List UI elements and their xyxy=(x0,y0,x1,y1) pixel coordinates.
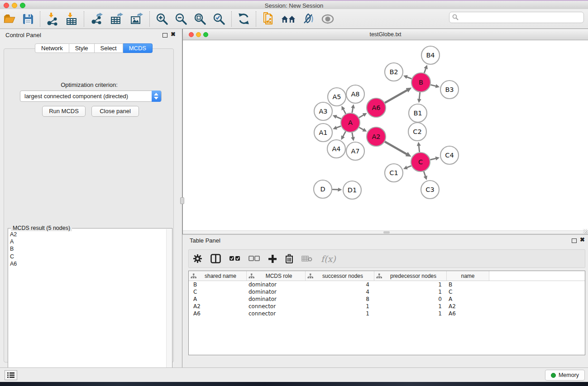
node-C3[interactable]: C3 xyxy=(421,181,439,199)
result-item[interactable]: C xyxy=(10,253,166,260)
edge-A-A7[interactable] xyxy=(352,133,353,138)
zoom-selected-button[interactable] xyxy=(210,11,229,27)
edge-A-A6[interactable] xyxy=(359,115,363,118)
edge-A-A3[interactable] xyxy=(336,117,341,119)
table-row[interactable]: Adominator80A xyxy=(189,295,585,303)
node-A2[interactable]: A2 xyxy=(367,127,386,146)
table-row[interactable]: A2connector11A2 xyxy=(189,303,585,310)
edge-A-A1[interactable] xyxy=(336,126,341,128)
tab-mcds[interactable]: MCDS xyxy=(123,43,153,53)
tab-style[interactable]: Style xyxy=(69,43,95,53)
result-list-scrollbar[interactable] xyxy=(166,229,172,377)
table-panel-close-button[interactable]: ✖ xyxy=(580,236,585,243)
node-A1[interactable]: A1 xyxy=(314,124,332,142)
export-table-button[interactable] xyxy=(107,11,127,27)
edge-B-B2[interactable] xyxy=(407,77,412,79)
network-graph[interactable]: B4B2BB3A8A5A6A3B1AC2A1A2A4A7C4CC1DD1C3 xyxy=(183,40,588,230)
table-settings-button[interactable] xyxy=(193,254,202,263)
edge-B-B4[interactable] xyxy=(424,68,425,73)
delete-column-button[interactable] xyxy=(285,254,293,263)
control-panel-close-button[interactable]: ✖ xyxy=(171,31,176,38)
node-C[interactable]: C xyxy=(411,152,430,172)
edge-C-C3[interactable] xyxy=(424,172,425,176)
column-header-predecessor-nodes[interactable]: predecessor nodes xyxy=(374,271,447,281)
node-A8[interactable]: A8 xyxy=(346,85,364,103)
edge-A-A5[interactable] xyxy=(343,109,345,114)
import-network-button[interactable] xyxy=(43,11,62,27)
edge-A-A4[interactable] xyxy=(343,131,346,136)
result-item[interactable]: A2 xyxy=(10,231,166,238)
node-B[interactable]: B xyxy=(411,73,430,92)
delete-table-button[interactable] xyxy=(301,255,312,262)
edge-C-C4[interactable] xyxy=(430,158,435,160)
zoom-in-button[interactable] xyxy=(153,11,172,27)
network-resize-grip[interactable] xyxy=(583,229,588,234)
node-B3[interactable]: B3 xyxy=(440,81,459,99)
add-column-button[interactable] xyxy=(268,254,277,263)
zoom-out-button[interactable] xyxy=(172,11,191,27)
import-table-button[interactable] xyxy=(62,11,81,27)
tab-network[interactable]: Network xyxy=(35,43,69,53)
node-B4[interactable]: B4 xyxy=(421,46,440,64)
new-network-from-selection-button[interactable] xyxy=(259,11,278,27)
run-mcds-button[interactable]: Run MCDS xyxy=(42,106,86,117)
edge-C-C1[interactable] xyxy=(407,166,411,167)
control-panel-float-button[interactable] xyxy=(163,33,167,38)
deselect-all-button[interactable] xyxy=(249,256,260,262)
network-canvas[interactable]: B4B2BB3A8A5A6A3B1AC2A1A2A4A7C4CC1DD1C3 xyxy=(183,40,588,230)
save-session-button[interactable] xyxy=(19,11,37,27)
criterion-dropdown[interactable]: largest connected component (directed) xyxy=(20,91,162,102)
column-header-name[interactable]: name xyxy=(447,271,489,281)
memory-button[interactable]: Memory xyxy=(545,370,585,381)
node-A6[interactable]: A6 xyxy=(367,98,386,117)
network-window-titlebar[interactable]: testGlobe.txt xyxy=(183,29,588,40)
column-header-successor-nodes[interactable]: successor nodes xyxy=(306,271,374,281)
network-hscrollbar-thumb[interactable] xyxy=(383,231,390,234)
tab-select[interactable]: Select xyxy=(95,43,123,53)
window-titlebar[interactable]: Session: New Session xyxy=(0,0,588,9)
node-A5[interactable]: A5 xyxy=(328,88,346,106)
refresh-button[interactable] xyxy=(234,11,253,27)
result-item[interactable]: B xyxy=(10,245,166,253)
edge-A6-B[interactable] xyxy=(385,90,407,103)
node-D[interactable]: D xyxy=(314,180,332,198)
node-B2[interactable]: B2 xyxy=(385,63,403,81)
column-header-MCDS-role[interactable]: MCDS role xyxy=(247,271,306,281)
result-item[interactable]: A6 xyxy=(10,260,166,267)
zoom-fit-button[interactable] xyxy=(191,11,210,27)
table-row[interactable]: Bdominator41B xyxy=(189,281,585,288)
splitter-grip[interactable] xyxy=(180,197,184,204)
node-C4[interactable]: C4 xyxy=(440,146,459,164)
edge-A-A8[interactable] xyxy=(352,108,353,113)
export-image-button[interactable] xyxy=(127,11,147,27)
table-row[interactable]: Cdominator41C xyxy=(189,288,585,295)
node-A3[interactable]: A3 xyxy=(314,102,332,120)
function-builder-button[interactable]: f(x) xyxy=(321,254,336,264)
node-A[interactable]: A xyxy=(341,113,360,132)
show-graphics-button[interactable] xyxy=(318,11,338,27)
node-A7[interactable]: A7 xyxy=(346,142,364,160)
node-C1[interactable]: C1 xyxy=(385,164,403,182)
node-table[interactable]: shared nameMCDS rolesuccessor nodesprede… xyxy=(188,271,585,355)
edge-B-B1[interactable] xyxy=(419,92,420,99)
table-panel-float-button[interactable] xyxy=(572,238,577,243)
close-panel-button[interactable]: Close panel xyxy=(91,106,139,117)
edge-B-B3[interactable] xyxy=(430,85,436,86)
node-B1[interactable]: B1 xyxy=(409,104,427,122)
column-header-shared-name[interactable]: shared name xyxy=(189,271,247,281)
node-A4[interactable]: A4 xyxy=(327,140,345,158)
result-item[interactable]: A xyxy=(10,238,166,245)
edge-A2-C[interactable] xyxy=(385,142,407,154)
edge-A-A2[interactable] xyxy=(359,128,363,130)
table-row[interactable]: A6connector11A6 xyxy=(189,310,585,317)
table-split-view-button[interactable] xyxy=(210,254,221,263)
mcds-result-list[interactable]: A2ABCA6 xyxy=(9,231,166,377)
home-layout-button[interactable] xyxy=(278,11,299,27)
edge-C-C2[interactable] xyxy=(419,146,419,152)
task-history-button[interactable] xyxy=(5,370,17,380)
select-all-button[interactable] xyxy=(229,256,240,262)
hide-style-button[interactable] xyxy=(299,11,318,27)
search-input[interactable] xyxy=(449,12,584,23)
node-C2[interactable]: C2 xyxy=(408,123,426,141)
export-network-button[interactable] xyxy=(87,11,107,27)
